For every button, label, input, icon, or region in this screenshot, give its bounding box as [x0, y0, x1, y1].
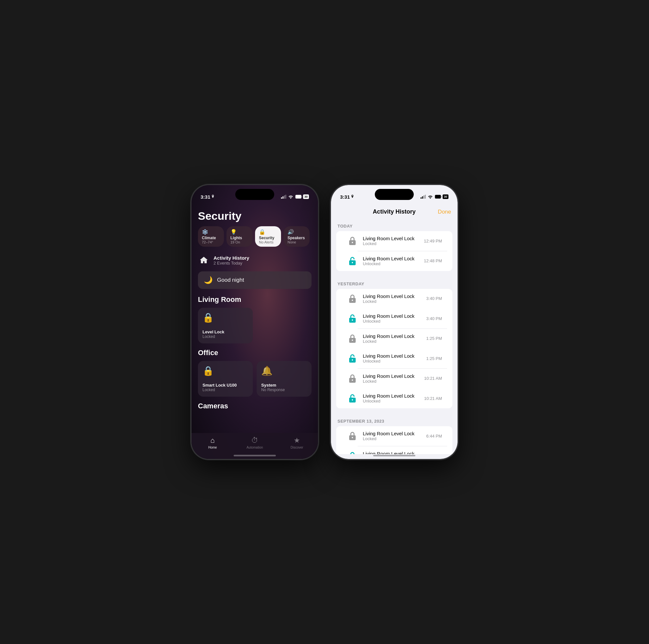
level-lock-card[interactable]: 🔒 Level Lock Locked — [198, 308, 253, 343]
moon-icon: 🌙 — [204, 276, 213, 284]
today-item-0[interactable]: Living Room Level Lock Locked 12:49 PM — [341, 231, 447, 251]
pill-speakers-value: None — [288, 240, 296, 244]
category-pills: ❄️ Climate 72–74° 💡 Lights 19 On 🔒 Secur… — [191, 226, 318, 252]
status-icons: 30 — [281, 195, 309, 199]
sept13-item-1[interactable]: Living Room Level Lock Unlocked 6:43 PM — [341, 446, 447, 455]
padlock-locked-svg — [348, 236, 357, 246]
pill-speakers-label: Speakers — [288, 235, 305, 240]
sept13-group: Living Room Level Lock Locked 6:44 PM — [336, 426, 452, 454]
office-devices: 🔒 Smart Lock U100 Locked 🔔 System No Res… — [191, 361, 318, 402]
today-item-1-status: Unlocked — [363, 261, 419, 266]
home-indicator-2 — [373, 455, 415, 457]
smart-lock-card[interactable]: 🔒 Smart Lock U100 Locked — [198, 361, 253, 397]
wifi-icon — [288, 195, 293, 199]
automation-tab-icon: ⏱ — [251, 436, 258, 445]
pill-climate-value: 72–74° — [202, 240, 213, 244]
level-lock-name: Level Lock — [203, 330, 248, 334]
activity-text: Activity History 2 Events Today — [214, 255, 249, 265]
yesterday-item-3[interactable]: Living Room Level Lock Unlocked 1:25 PM — [341, 349, 447, 368]
tab-discover[interactable]: ★ Discover — [287, 436, 307, 449]
svg-point-27 — [352, 399, 353, 400]
pill-security[interactable]: 🔒 Security No Alerts — [255, 226, 281, 247]
battery-container: 30 — [295, 195, 309, 199]
today-item-1[interactable]: Living Room Level Lock Unlocked 12:48 PM — [341, 251, 447, 271]
svg-rect-11 — [435, 196, 439, 198]
svg-point-29 — [352, 437, 353, 438]
svg-rect-8 — [424, 196, 425, 199]
section-yesterday: YESTERDAY — [331, 276, 458, 289]
dynamic-island-2 — [375, 189, 414, 200]
sept13-item-0[interactable]: Living Room Level Lock Locked 6:44 PM — [341, 426, 447, 446]
yesterday-item-2[interactable]: Living Room Level Lock Locked 1:25 PM — [341, 329, 447, 348]
phone2-content: Activity History Done TODAY — [331, 204, 458, 459]
svg-point-25 — [352, 380, 353, 381]
battery-level: 30 — [303, 195, 309, 199]
signal-icon — [281, 195, 286, 199]
system-card[interactable]: 🔔 System No Response — [257, 361, 311, 397]
yesterday-item-4[interactable]: Living Room Level Lock Locked 10:21 AM — [341, 369, 447, 388]
living-room-section-title: Living Room — [191, 295, 318, 308]
lock-icon-teal: 🔒 — [203, 312, 248, 323]
svg-point-23 — [352, 359, 353, 360]
svg-point-17 — [352, 300, 353, 301]
pill-climate-label: Climate — [202, 235, 216, 240]
pill-lights-label: Lights — [230, 235, 242, 240]
today-item-1-name: Living Room Level Lock — [363, 256, 419, 261]
yesterday-group: Living Room Level Lock Locked 3:40 PM — [336, 289, 452, 409]
pill-lights[interactable]: 💡 Lights 19 On — [226, 226, 253, 247]
today-item-1-info: Living Room Level Lock Unlocked — [363, 256, 419, 266]
pill-speakers[interactable]: 🔊 Speakers None — [284, 226, 310, 247]
battery-container-2: 30 — [435, 195, 448, 199]
home-icon — [199, 256, 208, 265]
yesterday-item-5[interactable]: Living Room Level Lock Unlocked 10:21 AM — [341, 389, 447, 408]
activity-history-row[interactable]: Activity History 2 Events Today — [191, 252, 318, 271]
lock-icon-unlocked-0 — [347, 255, 358, 267]
system-name: System — [261, 383, 307, 388]
phone-2: 3:31 — [331, 185, 458, 459]
status-time: 3:31 — [201, 194, 214, 200]
svg-rect-3 — [285, 195, 286, 199]
svg-rect-7 — [422, 197, 423, 199]
svg-rect-5 — [296, 196, 300, 198]
svg-point-21 — [352, 340, 353, 341]
lock-icon-locked-0 — [347, 235, 358, 247]
page-title: Security — [191, 205, 318, 226]
good-night-label: Good night — [217, 277, 244, 284]
signal-icon-2 — [421, 195, 426, 199]
battery-icon — [295, 195, 302, 199]
home-tab-icon: ⌂ — [210, 436, 215, 445]
yesterday-item-1[interactable]: Living Room Level Lock Unlocked 3:40 PM — [341, 309, 447, 328]
tab-automation[interactable]: ⏱ Automation — [245, 436, 264, 449]
tab-home[interactable]: ⌂ Home — [203, 436, 222, 449]
speakers-icon: 🔊 — [288, 229, 294, 235]
pill-climate[interactable]: ❄️ Climate 72–74° — [198, 226, 224, 247]
good-night-button[interactable]: 🌙 Good night — [198, 271, 311, 289]
svg-point-15 — [352, 262, 353, 263]
done-button[interactable]: Done — [438, 209, 451, 215]
activity-history-title: Activity History — [350, 208, 438, 215]
wifi-icon-2 — [428, 195, 433, 199]
today-group: Living Room Level Lock Locked 12:49 PM — [336, 231, 452, 271]
status-icons-2: 30 — [421, 195, 448, 199]
today-item-1-time: 12:48 PM — [424, 258, 442, 263]
battery-level-2: 30 — [443, 195, 448, 199]
dynamic-island — [235, 189, 274, 200]
office-section-title: Office — [191, 349, 318, 361]
pill-security-value: No Alerts — [259, 240, 273, 244]
today-item-0-name: Living Room Level Lock — [363, 235, 419, 241]
system-icon: 🔔 — [261, 366, 307, 376]
location-icon-2 — [351, 195, 354, 199]
section-sept13: SEPTEMBER 13, 2023 — [331, 414, 458, 426]
lights-icon: 💡 — [230, 229, 237, 235]
today-item-0-info: Living Room Level Lock Locked — [363, 235, 419, 246]
home-indicator — [234, 455, 276, 457]
svg-point-19 — [352, 319, 353, 321]
today-item-0-status: Locked — [363, 241, 419, 246]
phone1-content: Security ❄️ Climate 72–74° 💡 Lights 19 O… — [191, 205, 318, 459]
smart-lock-name: Smart Lock U100 — [203, 383, 248, 388]
smart-lock-status: Locked — [203, 388, 248, 392]
status-time-2: 3:31 — [340, 194, 354, 200]
phone-1: 3:31 — [191, 185, 318, 459]
yesterday-item-0[interactable]: Living Room Level Lock Locked 3:40 PM — [341, 289, 447, 308]
living-room-devices: 🔒 Level Lock Locked — [191, 308, 318, 349]
